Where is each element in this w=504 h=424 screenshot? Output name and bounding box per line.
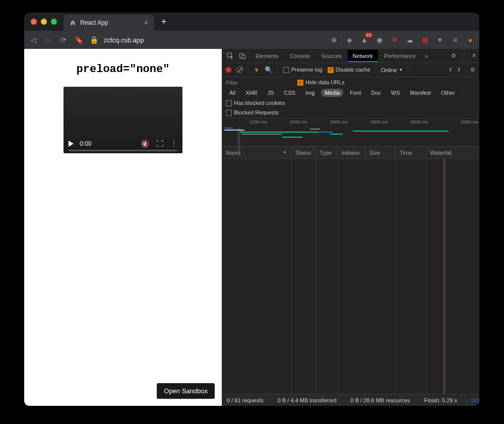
tab-close-icon[interactable]: × (144, 19, 148, 27)
col-name[interactable]: Name▼ (222, 147, 291, 158)
profile-icon[interactable]: ● (465, 35, 475, 45)
filter-other[interactable]: Other (437, 89, 459, 97)
column-divider (291, 159, 292, 394)
tab-sources[interactable]: Sources (316, 50, 346, 62)
new-tab-button[interactable]: + (157, 15, 170, 28)
filter-doc[interactable]: Doc (367, 89, 385, 97)
browser-window: React App × + ◁ ▷ ⟳ 🔖 🔒 zcfcq.csb.app ⊕ … (24, 13, 479, 406)
status-resources: 0 B / 28.6 MB resources (351, 397, 410, 403)
extensions-puzzle-icon[interactable]: ✦ (435, 35, 445, 45)
filter-css[interactable]: CSS (280, 89, 299, 97)
svg-rect-2 (242, 55, 245, 59)
lock-icon: 🔒 (89, 35, 99, 45)
play-icon[interactable] (69, 141, 74, 147)
tab-favicon (70, 20, 76, 26)
chevron-down-icon: ▼ (399, 68, 403, 72)
network-status-bar: 0 / 61 requests 0 B / 4.4 MB transferred… (222, 394, 479, 406)
mute-icon[interactable]: 🔇 (141, 140, 149, 148)
browser-tab[interactable]: React App × (64, 15, 154, 31)
add-icon[interactable]: ⊕ (329, 35, 339, 45)
record-button[interactable] (226, 67, 231, 73)
page-heading: preload="none" (77, 63, 170, 76)
network-table-body (222, 159, 479, 394)
download-har-icon[interactable]: ⬇ (457, 67, 461, 73)
filter-input[interactable]: Filter (226, 80, 291, 86)
devtools-settings-icon[interactable]: ⚙ (451, 52, 456, 59)
search-icon[interactable]: 🔍 (265, 66, 273, 74)
status-domcontentloaded: DOMContentLoaded: 4 (471, 397, 479, 403)
filter-manifest[interactable]: Manifest (407, 89, 435, 97)
hide-data-urls-checkbox[interactable]: Hide data URLs (297, 79, 345, 86)
tab-network[interactable]: Network (348, 50, 378, 62)
throttling-select[interactable]: Online ▼ (381, 67, 403, 73)
forward-button[interactable]: ▷ (43, 35, 53, 45)
device-toggle-icon[interactable] (237, 52, 248, 59)
time-mark: 5000 ms (411, 119, 428, 125)
network-table-header: Name▼ Status Type Initiator Size Time Wa… (222, 147, 479, 159)
devtools-panel: Elements Console Sources Network Perform… (222, 49, 479, 406)
col-waterfall[interactable]: Waterfall (426, 147, 479, 158)
col-time[interactable]: Time (396, 147, 426, 158)
column-divider (396, 159, 396, 394)
request-bar (242, 134, 282, 135)
extension-icon-4[interactable]: ▦ (420, 35, 430, 45)
inspect-element-icon[interactable] (225, 52, 236, 59)
domcontentloaded-line (238, 128, 238, 156)
blocked-requests-checkbox[interactable]: Blocked Requests (226, 109, 279, 116)
timeline-overview[interactable]: 1000 ms 2000 ms 3000 ms 4000 ms 5000 ms … (222, 118, 479, 147)
video-player[interactable]: 0:00 🔇 ⛶ ⋮ (64, 87, 182, 153)
preserve-log-checkbox[interactable]: Preserve log (283, 67, 323, 73)
tabs-overflow-icon[interactable]: » (422, 53, 431, 59)
devtools-close-icon[interactable]: ✕ (472, 52, 476, 59)
video-progress[interactable] (69, 150, 177, 151)
back-button[interactable]: ◁ (28, 35, 38, 45)
column-divider (426, 159, 426, 394)
shield-icon[interactable]: ◈ (344, 35, 354, 45)
open-sandbox-button[interactable]: Open Sandbox (157, 383, 215, 399)
filter-img[interactable]: Img (302, 89, 318, 97)
tab-performance[interactable]: Performance (379, 50, 421, 62)
minimize-window-button[interactable] (41, 19, 47, 25)
fullscreen-icon[interactable]: ⛶ (156, 140, 163, 148)
extension-alert-icon[interactable]: ▲ (359, 35, 369, 45)
col-initiator[interactable]: Initiator (338, 147, 365, 158)
column-divider (316, 159, 316, 394)
filter-font[interactable]: Font (346, 89, 364, 97)
devtools-menu-icon[interactable]: ⋮ (461, 52, 467, 59)
video-time: 0:00 (80, 140, 91, 147)
request-bar (282, 137, 302, 138)
request-bar (353, 131, 449, 132)
url-bar: ◁ ▷ ⟳ 🔖 🔒 zcfcq.csb.app ⊕ ◈ ▲ ◉ ✖ ☁ ▦ ✦ … (24, 31, 479, 49)
extension-icon-3[interactable]: ☁ (405, 35, 415, 45)
bookmark-icon[interactable]: 🔖 (74, 35, 84, 45)
video-menu-icon[interactable]: ⋮ (170, 140, 177, 148)
upload-har-icon[interactable]: ⬆ (448, 67, 453, 73)
col-size[interactable]: Size (365, 147, 396, 158)
url-text[interactable]: zcfcq.csb.app (104, 36, 144, 44)
extension-icon-2[interactable]: ✖ (390, 35, 400, 45)
page-viewport: preload="none" 0:00 🔇 ⛶ ⋮ Open Sandbox (24, 49, 222, 406)
filter-ws[interactable]: WS (388, 89, 404, 97)
filter-xhr[interactable]: XHR (242, 89, 261, 97)
domcontent-event-line (445, 159, 445, 394)
tab-console[interactable]: Console (285, 50, 315, 62)
network-settings-icon[interactable]: ⚙ (470, 67, 475, 73)
col-status[interactable]: Status (291, 147, 316, 158)
clear-button[interactable] (236, 67, 243, 73)
tab-elements[interactable]: Elements (250, 50, 284, 62)
request-bar (239, 132, 320, 133)
extension-icon-1[interactable]: ◉ (374, 35, 385, 45)
maximize-window-button[interactable] (51, 19, 57, 25)
has-blocked-cookies-checkbox[interactable]: Has blocked cookies (226, 100, 285, 106)
reload-button[interactable]: ⟳ (58, 35, 69, 45)
filter-js[interactable]: JS (264, 89, 277, 97)
col-type[interactable]: Type (316, 147, 338, 158)
disable-cache-checkbox[interactable]: Disable cache (328, 67, 370, 73)
playlist-icon[interactable]: ≡ (450, 35, 460, 45)
filter-all[interactable]: All (226, 89, 239, 97)
close-window-button[interactable] (31, 19, 37, 25)
video-controls: 0:00 🔇 ⛶ ⋮ (64, 134, 182, 153)
window-controls (24, 19, 64, 25)
filter-toggle-icon[interactable]: ▼ (254, 67, 260, 74)
filter-media[interactable]: Media (321, 89, 343, 97)
